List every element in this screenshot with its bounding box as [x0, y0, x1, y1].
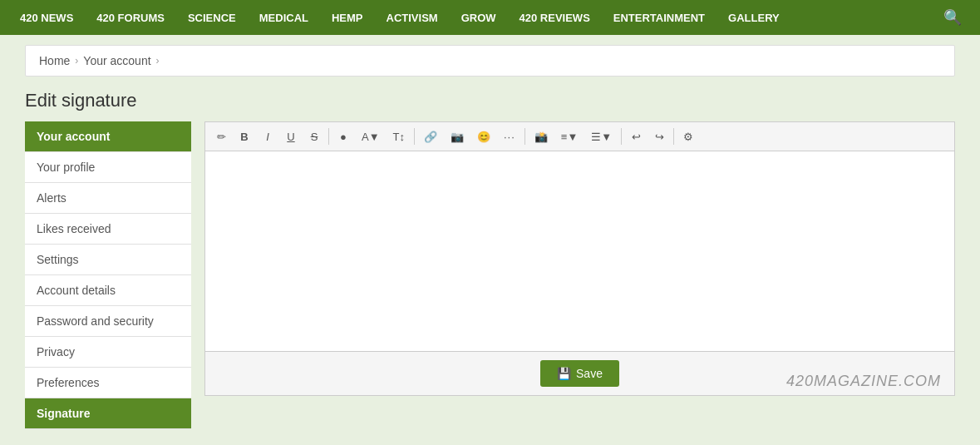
- content-area: ✏ B I U S ● A▼ T↕ 🔗 📷 😊 ··· 📸 ≡▼ ☰▼ ↩: [191, 121, 955, 429]
- toolbar-more-btn[interactable]: ···: [498, 126, 521, 147]
- main-layout: Your account Your profile Alerts Likes r…: [25, 121, 955, 429]
- sidebar-item-signature[interactable]: Signature: [25, 398, 191, 429]
- sidebar-item-your-account[interactable]: Your account: [25, 121, 191, 152]
- nav-science[interactable]: SCIENCE: [176, 0, 248, 35]
- nav-420reviews[interactable]: 420 REVIEWS: [508, 0, 602, 35]
- sidebar-item-settings[interactable]: Settings: [25, 245, 191, 275]
- save-label: Save: [576, 367, 603, 380]
- toolbar-sep5: [673, 128, 674, 145]
- toolbar-strikethrough-btn[interactable]: S: [303, 126, 325, 147]
- toolbar-list-btn[interactable]: ☰▼: [585, 126, 618, 147]
- toolbar-undo-btn[interactable]: ↩: [625, 126, 647, 147]
- sidebar: Your account Your profile Alerts Likes r…: [25, 121, 191, 429]
- toolbar-image-btn[interactable]: 📷: [445, 126, 470, 147]
- toolbar-align-btn[interactable]: ≡▼: [555, 126, 584, 147]
- toolbar-link-btn[interactable]: 🔗: [418, 126, 443, 147]
- breadcrumb-sep2: ›: [156, 55, 160, 67]
- nav-activism[interactable]: ACTIVISM: [375, 0, 450, 35]
- toolbar-fontcolor-btn[interactable]: A▼: [356, 126, 386, 147]
- toolbar-italic-btn[interactable]: I: [257, 126, 278, 147]
- nav-medical[interactable]: MEDICAL: [248, 0, 320, 35]
- page-title: Edit signature: [25, 90, 955, 111]
- sidebar-item-password-security[interactable]: Password and security: [25, 306, 191, 337]
- sidebar-item-your-profile[interactable]: Your profile: [25, 152, 191, 183]
- toolbar-sep4: [621, 128, 622, 145]
- sidebar-item-account-details[interactable]: Account details: [25, 275, 191, 306]
- top-navigation: 420 NEWS 420 FORUMS SCIENCE MEDICAL HEMP…: [0, 0, 980, 35]
- toolbar-underline-btn[interactable]: U: [280, 126, 302, 147]
- search-icon[interactable]: 🔍: [933, 8, 972, 27]
- sidebar-item-privacy[interactable]: Privacy: [25, 337, 191, 368]
- watermark: 420MAGAZINE.COM: [786, 373, 941, 390]
- toolbar-emoji-btn[interactable]: 😊: [471, 126, 496, 147]
- editor-container: ✏ B I U S ● A▼ T↕ 🔗 📷 😊 ··· 📸 ≡▼ ☰▼ ↩: [204, 121, 955, 352]
- nav-grow[interactable]: GROW: [450, 0, 508, 35]
- breadcrumb-sep1: ›: [75, 55, 78, 67]
- breadcrumb-your-account[interactable]: Your account: [83, 54, 150, 67]
- editor-toolbar: ✏ B I U S ● A▼ T↕ 🔗 📷 😊 ··· 📸 ≡▼ ☰▼ ↩: [205, 122, 954, 151]
- save-button[interactable]: 💾 Save: [540, 360, 619, 387]
- toolbar-settings-btn[interactable]: ⚙: [677, 126, 699, 147]
- signature-editor[interactable]: [205, 151, 954, 351]
- nav-420news[interactable]: 420 NEWS: [8, 0, 85, 35]
- nav-gallery[interactable]: GALLERY: [717, 0, 791, 35]
- sidebar-item-likes-received[interactable]: Likes received: [25, 214, 191, 245]
- nav-hemp[interactable]: HEMP: [320, 0, 375, 35]
- toolbar-sep2: [414, 128, 415, 145]
- save-icon: 💾: [557, 367, 571, 380]
- nav-420forums[interactable]: 420 FORUMS: [85, 0, 176, 35]
- toolbar-fontsize-btn[interactable]: T↕: [387, 126, 411, 147]
- toolbar-sep1: [328, 128, 329, 145]
- breadcrumb: Home › Your account ›: [25, 45, 955, 77]
- toolbar-format-btn[interactable]: ✏: [210, 126, 232, 147]
- toolbar-color-btn[interactable]: ●: [332, 126, 354, 147]
- toolbar-sep3: [524, 128, 525, 145]
- nav-entertainment[interactable]: ENTERTAINMENT: [602, 0, 717, 35]
- sidebar-item-alerts[interactable]: Alerts: [25, 183, 191, 214]
- sidebar-item-preferences[interactable]: Preferences: [25, 368, 191, 398]
- toolbar-media-btn[interactable]: 📸: [529, 126, 554, 147]
- watermark-text: 420MAGAZINE.COM: [786, 373, 941, 389]
- breadcrumb-home[interactable]: Home: [39, 54, 70, 67]
- toolbar-bold-btn[interactable]: B: [234, 126, 255, 147]
- toolbar-redo-btn[interactable]: ↪: [648, 126, 670, 147]
- save-bar: 💾 Save 420MAGAZINE.COM: [204, 352, 955, 396]
